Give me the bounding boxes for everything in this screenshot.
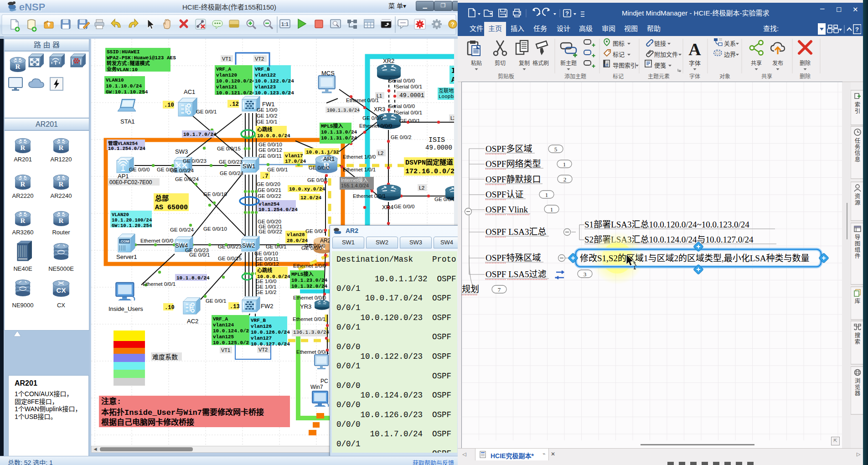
svg-text:OSPF LSA3汇总: OSPF LSA3汇总 <box>486 227 547 237</box>
svg-text:GE 1/0/2: GE 1/0/2 <box>257 113 277 119</box>
svg-text:源: 源 <box>855 200 861 206</box>
svg-text:vlan123: vlan123 <box>255 84 276 90</box>
svg-text:10.0.125.0/24: 10.0.125.0/24 <box>213 340 252 346</box>
svg-text:信: 信 <box>855 150 861 156</box>
svg-text:Ethernet 0/0/0: Ethernet 0/0/0 <box>359 123 392 129</box>
svg-text:图标: 图标 <box>613 40 625 47</box>
svg-text:剪贴板: 剪贴板 <box>498 73 514 80</box>
svg-text:发布: 发布 <box>772 60 783 67</box>
svg-text:R: R <box>59 217 64 224</box>
svg-text:添加主题: 添加主题 <box>564 73 586 80</box>
svg-text:GE 0/0/1: GE 0/0/1 <box>189 252 210 258</box>
svg-text:DSVPN固定隧道: DSVPN固定隧道 <box>405 158 453 167</box>
svg-text:GE 0/0/0: GE 0/0/0 <box>129 167 150 172</box>
svg-text:剪切: 剪切 <box>495 60 506 67</box>
svg-text:10.1.31.0/24: 10.1.31.0/24 <box>321 135 357 141</box>
svg-text:MPLS接入: MPLS接入 <box>321 123 343 129</box>
svg-text:Inside_Users: Inside_Users <box>108 305 143 312</box>
svg-text:1: 1 <box>545 191 548 198</box>
svg-text:SW1: SW1 <box>243 163 255 170</box>
svg-text:GE 0/0/10: GE 0/0/10 <box>258 142 282 147</box>
svg-text:OSPF网络类型: OSPF网络类型 <box>486 159 541 169</box>
svg-text:S1部署LSA3汇总10.0.120.0/24~10.0.1: S1部署LSA3汇总10.0.120.0/24~10.0.123.0/24 <box>584 220 749 229</box>
svg-text:格式刷: 格式刷 <box>532 60 549 67</box>
svg-text:10.1.10.0/24: 10.1.10.0/24 <box>106 83 142 89</box>
svg-text:GE 0/0/22: GE 0/0/22 <box>258 193 281 199</box>
svg-text:YR3: YR3 <box>300 303 311 310</box>
svg-text:链接: 链接 <box>654 40 666 47</box>
svg-text:CX: CX <box>57 286 66 294</box>
svg-text:?: ? <box>451 21 455 28</box>
svg-text:GE 0/0/23: GE 0/0/23 <box>218 244 242 249</box>
svg-text:GE 0/0/22: GE 0/0/22 <box>258 229 282 234</box>
svg-text:136.1.3.0/24: 136.1.3.0/24 <box>293 330 330 335</box>
svg-text:删除: 删除 <box>800 60 811 67</box>
svg-text:本拓扑Inside_User与Win7需要修改网卡桥接: 本拓扑Inside_User与Win7需要修改网卡桥接 <box>101 408 264 417</box>
svg-text:AR2220: AR2220 <box>12 192 34 199</box>
svg-text:AR1220: AR1220 <box>51 156 72 163</box>
svg-text:vlan126: vlan126 <box>251 324 272 329</box>
svg-text:AR2240: AR2240 <box>51 192 72 199</box>
svg-text:.7: .7 <box>262 173 268 180</box>
svg-text:Ethernet 0/0/0: Ethernet 0/0/0 <box>293 295 326 300</box>
svg-text:10.0.121.0/24: 10.0.121.0/24 <box>216 90 255 96</box>
svg-text:3: 3 <box>584 271 587 278</box>
svg-text:GE 1/0/1: GE 1/0/1 <box>256 284 276 289</box>
svg-text:附加文件: 附加文件 <box>654 51 678 58</box>
svg-text:100.1.3.0/24: 100.1.3.0/24 <box>327 108 360 113</box>
svg-text:关系: 关系 <box>724 40 736 47</box>
svg-text:导: 导 <box>855 234 861 241</box>
svg-text:OSPF LSA5过滤: OSPF LSA5过滤 <box>486 269 547 279</box>
svg-text:vlan125: vlan125 <box>213 334 234 340</box>
svg-text:VT2: VT2 <box>255 56 264 62</box>
svg-text:10.1.7.0/24: 10.1.7.0/24 <box>183 132 217 137</box>
svg-text:索: 索 <box>855 102 861 108</box>
svg-text:10.0.xy.0/24: 10.0.xy.0/24 <box>289 186 326 192</box>
svg-text:图: 图 <box>855 241 861 247</box>
svg-text:总部: 总部 <box>155 194 169 203</box>
svg-text:心跳线: 心跳线 <box>257 126 272 133</box>
svg-text:浏: 浏 <box>855 378 861 384</box>
svg-text:GE 0/0/24: GE 0/0/24 <box>175 176 199 182</box>
svg-text:GE 0/0/11: GE 0/0/11 <box>258 153 282 159</box>
svg-text:务: 务 <box>855 144 861 150</box>
svg-text:GE 0/0/10: GE 0/0/10 <box>254 251 278 256</box>
svg-text:难度系数: 难度系数 <box>152 353 178 361</box>
svg-text:Ethernet 0/0/1: Ethernet 0/0/1 <box>346 98 379 103</box>
svg-text:R: R <box>21 217 26 224</box>
svg-text:字体: 字体 <box>689 73 700 80</box>
svg-text:.10: .10 <box>164 102 174 108</box>
svg-text:10.0.1.1/32: 10.0.1.1/32 <box>306 150 339 155</box>
svg-text:OSPF Vlink: OSPF Vlink <box>486 205 528 214</box>
svg-text:Ethernet 0/0/1: Ethernet 0/0/1 <box>143 281 176 287</box>
svg-text:NE5000E: NE5000E <box>48 265 74 272</box>
svg-text:GE 0/0/1: GE 0/0/1 <box>266 244 286 249</box>
svg-text:00E0-FC02-7E00: 00E0-FC02-7E00 <box>109 179 152 186</box>
svg-text:10: 10 <box>604 63 608 67</box>
svg-text:规划: 规划 <box>462 284 479 294</box>
svg-text:Ethernet 0/0/1: Ethernet 0/0/1 <box>296 349 329 355</box>
svg-text:GE 0/0/23: GE 0/0/23 <box>219 159 243 165</box>
svg-text:GE 0/0/15: GE 0/0/15 <box>217 146 241 151</box>
svg-text:1:1: 1:1 <box>281 21 289 27</box>
svg-text:标记: 标记 <box>613 73 624 80</box>
svg-text:MPLS接入: MPLS接入 <box>291 271 313 277</box>
svg-text:引: 引 <box>855 108 861 114</box>
svg-text:GE 0/0/1: GE 0/0/1 <box>196 109 217 114</box>
svg-text:GW:10.1.10.254: GW:10.1.10.254 <box>106 89 148 95</box>
svg-text:10.0.126.0/24: 10.0.126.0/24 <box>251 330 290 335</box>
svg-text:AR201: AR201 <box>14 156 32 163</box>
svg-text:vlan121: vlan121 <box>216 84 238 90</box>
svg-text:VRF_B: VRF_B <box>255 67 270 72</box>
svg-text:字体: 字体 <box>689 60 701 67</box>
svg-text:7: 7 <box>498 286 501 293</box>
svg-text:10.1.254.0/24: 10.1.254.0/24 <box>108 146 145 151</box>
svg-text:Ethernet 0/0/1: Ethernet 0/0/1 <box>353 193 386 199</box>
svg-text:VRF_A: VRF_A <box>216 67 231 72</box>
svg-text:VT1: VT1 <box>222 56 231 62</box>
svg-text:49.0001: 49.0001 <box>399 92 424 99</box>
svg-text:GE 0/0/24: GE 0/0/24 <box>170 168 194 173</box>
svg-text:VRF_B: VRF_B <box>251 318 266 323</box>
svg-text:AS 65000: AS 65000 <box>155 204 188 212</box>
svg-text:AR3260: AR3260 <box>12 229 34 236</box>
